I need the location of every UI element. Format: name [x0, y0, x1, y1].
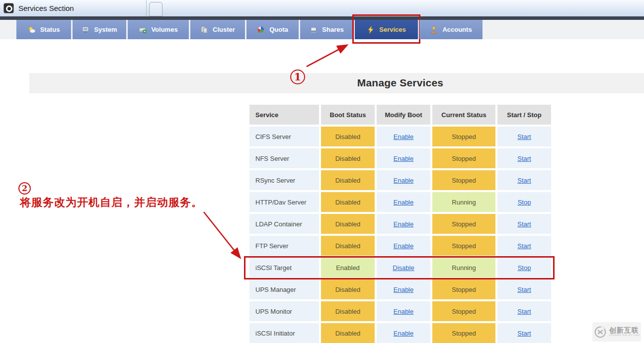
- tab-quota[interactable]: Quota: [246, 20, 299, 39]
- start-stop-cell: Start: [497, 214, 551, 234]
- modify-boot-cell: Enable: [377, 148, 430, 168]
- page-header-band: Manage Services: [29, 73, 644, 93]
- modify-boot-link[interactable]: Enable: [394, 177, 413, 184]
- modify-boot-link[interactable]: Enable: [394, 133, 413, 140]
- current-status-cell: Stopped: [432, 170, 495, 190]
- step-1-marker: 1: [290, 69, 305, 84]
- tab-status[interactable]: Status: [16, 20, 71, 39]
- start-stop-link[interactable]: Stop: [518, 264, 531, 272]
- start-stop-link[interactable]: Start: [517, 308, 531, 315]
- browser-title-bar: Services Section: [0, 0, 644, 16]
- modify-boot-link[interactable]: Enable: [394, 330, 413, 337]
- start-stop-link[interactable]: Start: [517, 155, 531, 162]
- modify-boot-link[interactable]: Enable: [394, 286, 413, 293]
- start-stop-link[interactable]: Start: [517, 330, 531, 337]
- service-row: LDAP ContainerDisabledEnableStoppedStart: [249, 214, 551, 234]
- service-name-cell: FTP Server: [249, 236, 319, 256]
- modify-boot-cell: Enable: [377, 323, 430, 343]
- watermark-name: 创新互联: [609, 327, 640, 334]
- start-stop-link[interactable]: Start: [517, 220, 531, 228]
- modify-boot-link[interactable]: Enable: [394, 199, 413, 206]
- tab-label: Services: [379, 26, 406, 33]
- tab-label: Cluster: [213, 26, 235, 33]
- monitor-icon: [81, 26, 89, 34]
- service-name-cell: UPS Manager: [249, 279, 319, 299]
- modify-boot-link[interactable]: Disable: [393, 264, 414, 272]
- current-status-cell: Stopped: [432, 127, 495, 146]
- browser-new-tab-button[interactable]: [149, 2, 162, 16]
- column-header: Current Status: [432, 105, 495, 125]
- modify-boot-link[interactable]: Enable: [394, 220, 413, 228]
- watermark-logo-icon: [594, 326, 607, 339]
- current-status-cell: Stopped: [432, 236, 495, 256]
- modify-boot-cell: Enable: [377, 192, 430, 212]
- tab-accounts[interactable]: Accounts: [419, 20, 483, 39]
- lightning-icon: [367, 26, 375, 34]
- modify-boot-cell: Enable: [377, 301, 430, 321]
- tab-shares[interactable]: Shares: [300, 20, 353, 39]
- tab-volumes[interactable]: Volumes: [128, 20, 189, 39]
- modify-boot-link[interactable]: Enable: [394, 242, 413, 250]
- service-name-cell: CIFS Server: [249, 127, 319, 146]
- tab-cluster[interactable]: Cluster: [190, 20, 245, 39]
- tab-label: Shares: [322, 26, 343, 33]
- start-stop-cell: Start: [497, 301, 551, 321]
- watermark: 创新互联 CHUANG XIN HU LIAN: [592, 322, 641, 342]
- start-stop-cell: Start: [497, 170, 551, 190]
- start-stop-link[interactable]: Start: [517, 242, 531, 250]
- tab-services[interactable]: Services: [355, 20, 418, 39]
- start-stop-link[interactable]: Stop: [518, 199, 531, 206]
- boot-status-cell: Disabled: [321, 279, 375, 299]
- current-status-cell: Stopped: [432, 323, 495, 343]
- table-header-row: ServiceBoot StatusModify BootCurrent Sta…: [249, 105, 551, 125]
- service-name-cell: HTTP/Dav Server: [249, 192, 319, 212]
- modify-boot-cell: Enable: [377, 214, 430, 234]
- start-stop-cell: Start: [497, 323, 551, 343]
- start-stop-cell: Stop: [497, 192, 551, 212]
- servers-icon: [200, 26, 208, 34]
- start-stop-link[interactable]: Start: [517, 286, 531, 293]
- boot-status-cell: Disabled: [321, 127, 375, 146]
- annotation-note: 将服务改为开机自启，并启动服务。: [20, 195, 203, 210]
- service-row-highlighted: iSCSI TargetEnabledDisableRunningStop: [249, 258, 551, 277]
- modify-boot-link[interactable]: Enable: [394, 155, 413, 162]
- boot-status-cell: Disabled: [321, 170, 375, 190]
- modify-boot-cell: Enable: [377, 170, 430, 190]
- column-header: Start / Stop: [497, 105, 551, 125]
- pie-chart-icon: [257, 26, 265, 34]
- arrow-to-services-tab: [307, 45, 347, 67]
- column-header: Service: [249, 105, 319, 125]
- current-status-cell: Running: [432, 192, 495, 212]
- service-row: NFS ServerDisabledEnableStoppedStart: [249, 148, 551, 168]
- start-stop-cell: Start: [497, 148, 551, 168]
- modify-boot-link[interactable]: Enable: [394, 308, 413, 315]
- current-status-cell: Stopped: [432, 148, 495, 168]
- modify-boot-cell: Disable: [377, 258, 430, 277]
- tab-system[interactable]: System: [73, 20, 126, 39]
- arrow-to-iscsi-row: [204, 212, 240, 258]
- tab-label: System: [94, 26, 117, 33]
- current-status-cell: Stopped: [432, 279, 495, 299]
- boot-status-cell: Disabled: [321, 323, 375, 343]
- services-table: ServiceBoot StatusModify BootCurrent Sta…: [247, 103, 553, 343]
- start-stop-cell: Start: [497, 236, 551, 256]
- tab-label: Volumes: [151, 26, 177, 33]
- browser-tab[interactable]: Services Section: [0, 0, 147, 16]
- start-stop-link[interactable]: Start: [517, 133, 531, 140]
- watermark-subtitle: CHUANG XIN HU LIAN: [609, 334, 640, 337]
- current-status-cell: Stopped: [432, 214, 495, 234]
- service-row: CIFS ServerDisabledEnableStoppedStart: [249, 127, 551, 146]
- service-name-cell: LDAP Container: [249, 214, 319, 234]
- weather-icon: [28, 26, 36, 34]
- service-row: FTP ServerDisabledEnableStoppedStart: [249, 236, 551, 256]
- column-header: Boot Status: [321, 105, 375, 125]
- service-row: UPS ManagerDisabledEnableStoppedStart: [249, 279, 551, 299]
- window-title: Services Section: [18, 4, 74, 12]
- boot-status-cell: Enabled: [321, 258, 375, 277]
- start-stop-link[interactable]: Start: [517, 177, 531, 184]
- modify-boot-cell: Enable: [377, 236, 430, 256]
- tab-label: Accounts: [442, 26, 472, 33]
- boot-status-cell: Disabled: [321, 148, 375, 168]
- boot-status-cell: Disabled: [321, 192, 375, 212]
- current-status-cell: Stopped: [432, 301, 495, 321]
